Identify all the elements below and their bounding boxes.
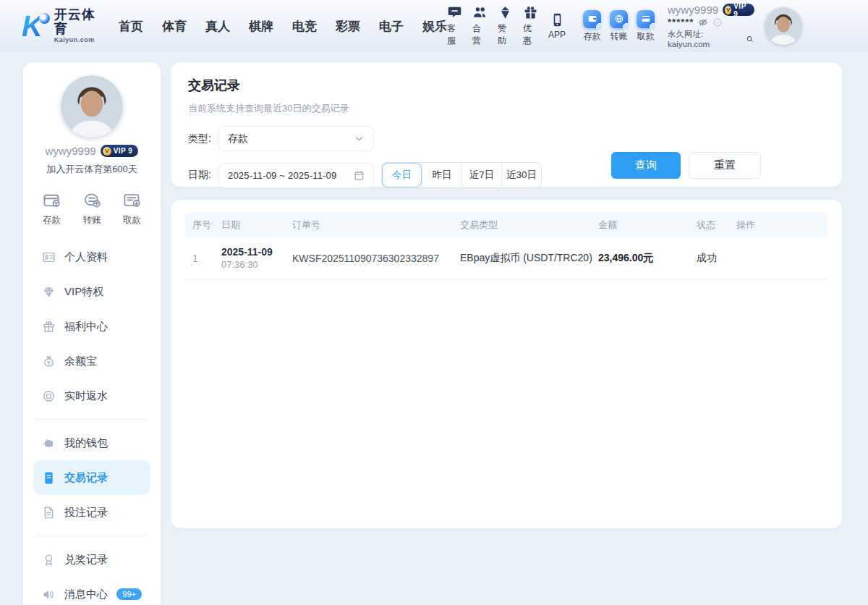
reset-button[interactable]: 重置 — [689, 152, 761, 179]
megaphone-icon — [42, 588, 56, 601]
piggy-bank-icon — [42, 436, 56, 450]
unread-count-badge: 99+ — [116, 588, 142, 600]
sidebar-item-wallet[interactable]: 我的钱包 — [33, 426, 150, 460]
target-icon — [42, 389, 56, 403]
cell-amount: 23,496.00元 — [598, 252, 697, 265]
range-today-button[interactable]: 今日 — [382, 163, 422, 187]
menu-divider — [36, 419, 148, 420]
col-index: 序号 — [192, 219, 221, 232]
chevron-down-icon — [354, 133, 365, 144]
nav-item-esports[interactable]: 电竞 — [292, 18, 317, 35]
withdraw-icon — [637, 10, 655, 28]
chat-icon — [447, 5, 462, 20]
date-range-input[interactable]: 2025-11-09 ~ 2025-11-09 — [218, 163, 374, 188]
medal-icon — [42, 553, 56, 567]
top-bar: K 开云体育 Kaiyun.com 首页 体育 真人 棋牌 电竞 彩票 电子 娱… — [0, 0, 868, 52]
type-select-value: 存款 — [228, 132, 248, 145]
brand-logo-icon: K — [22, 10, 48, 42]
promo-button[interactable]: 优惠 — [523, 5, 538, 47]
date-label: 日期: — [188, 169, 218, 182]
type-filter-row: 类型: 存款 — [188, 126, 825, 151]
date-quick-ranges: 今日 昨日 近7日 近30日 — [381, 162, 542, 188]
sidebar-item-rebate[interactable]: 实时返水 — [33, 378, 150, 413]
refresh-circle-icon[interactable] — [712, 17, 723, 28]
diamond-icon — [42, 285, 56, 299]
top-right-tools: 客服 合营 赞助 优惠 APP — [447, 4, 866, 48]
deposit-icon — [583, 10, 601, 28]
sidebar-menu: 个人资料 VIP特权 福利中心 余额宝 实时返水 我的钱包 — [33, 240, 150, 605]
quick-transfer-button[interactable]: 转账 — [82, 190, 102, 227]
col-status: 状态 — [697, 219, 736, 232]
joined-days: 加入开云体育第600天 — [33, 163, 150, 176]
range-7days-button[interactable]: 近7日 — [461, 163, 501, 187]
nav-item-entertainment[interactable]: 娱乐 — [422, 18, 447, 35]
range-30days-button[interactable]: 近30日 — [501, 163, 541, 187]
deposit-button[interactable]: 存款 — [583, 10, 601, 43]
gift-icon — [523, 5, 538, 20]
nav-item-slots[interactable]: 电子 — [379, 18, 404, 35]
cell-status: 成功 — [697, 252, 736, 265]
permanent-url: 永久网址: kaiyun.com — [668, 29, 744, 48]
sidebar-item-profile[interactable]: 个人资料 — [33, 240, 150, 274]
withdraw-button[interactable]: 取款 — [637, 10, 655, 43]
col-order-no: 订单号 — [292, 219, 460, 232]
cell-index: 1 — [192, 253, 221, 264]
quick-deposit-button[interactable]: 存款 — [42, 190, 61, 227]
profile-avatar[interactable] — [61, 75, 123, 138]
magnifier-icon[interactable] — [746, 35, 754, 43]
filter-panel: 交易记录 当前系统支持查询最近30日的交易记录 类型: 存款 日期: 2025-… — [171, 62, 842, 187]
profile-vip-badge: V VIP 9 — [101, 145, 139, 157]
nav-item-chess[interactable]: 棋牌 — [249, 18, 273, 35]
table-row: 1 2025-11-09 07:36:30 KWSF20251109073630… — [185, 237, 827, 279]
app-download-button[interactable]: APP — [548, 12, 566, 40]
brand-logo[interactable]: K 开云体育 Kaiyun.com — [22, 8, 100, 43]
col-action: 操作 — [736, 219, 820, 232]
nav-item-live[interactable]: 真人 — [205, 18, 230, 35]
transfer-button[interactable]: 转账 — [610, 10, 628, 43]
sidebar-item-yuebao[interactable]: 余额宝 — [33, 344, 150, 378]
sponsor-button[interactable]: 赞助 — [498, 5, 513, 47]
sidebar-item-messages[interactable]: 消息中心 99+ — [33, 577, 150, 605]
vip-crest-icon: V — [103, 147, 111, 156]
transfer-icon — [610, 10, 628, 28]
card-outline-icon — [122, 190, 142, 210]
cell-order-no: KWSF202511090736302332897 — [292, 253, 460, 264]
col-amount: 金额 — [598, 219, 697, 232]
profile-username: wywy9999 — [46, 145, 96, 157]
nav-item-sports[interactable]: 体育 — [162, 18, 187, 35]
football-icon — [39, 13, 50, 24]
brand-domain: Kaiyun.com — [54, 37, 100, 44]
customer-service-button[interactable]: 客服 — [447, 5, 462, 47]
range-yesterday-button[interactable]: 昨日 — [422, 163, 461, 187]
cell-type: EBpay虚拟币 (USDT/TRC20) — [460, 252, 598, 265]
sidebar-item-bets[interactable]: 投注记录 — [33, 495, 150, 530]
sidebar-item-transactions[interactable]: 交易记录 — [33, 460, 150, 495]
type-select[interactable]: 存款 — [218, 126, 374, 151]
partner-button[interactable]: 合营 — [472, 5, 488, 47]
quick-actions: 存款 转账 取款 — [33, 190, 150, 227]
page-subtitle: 当前系统支持查询最近30日的交易记录 — [188, 102, 825, 115]
type-label: 类型: — [188, 132, 218, 145]
sidebar: wywy9999 V VIP 9 加入开云体育第600天 存款 转账 取款 — [23, 62, 161, 605]
people-icon — [472, 5, 488, 20]
gift-outline-icon — [42, 320, 56, 334]
col-type: 交易类型 — [460, 219, 598, 232]
sidebar-item-vip[interactable]: VIP特权 — [33, 274, 150, 309]
phone-icon — [550, 12, 565, 28]
user-avatar[interactable] — [765, 7, 802, 45]
id-card-icon — [42, 250, 56, 264]
sidebar-item-welfare[interactable]: 福利中心 — [33, 309, 150, 344]
sidebar-item-prizes[interactable]: 兑奖记录 — [33, 542, 150, 577]
col-date: 日期 — [221, 219, 292, 232]
query-button[interactable]: 查询 — [611, 152, 681, 179]
nav-item-lottery[interactable]: 彩票 — [336, 18, 360, 35]
nav-item-home[interactable]: 首页 — [119, 18, 143, 35]
page: K 开云体育 Kaiyun.com 首页 体育 真人 棋牌 电竞 彩票 电子 娱… — [0, 0, 868, 605]
username: wywy9999 — [668, 4, 718, 16]
vip-crest-icon: V — [725, 6, 731, 14]
quick-withdraw-button[interactable]: 取款 — [122, 190, 142, 227]
eye-off-icon[interactable] — [698, 17, 708, 28]
ledger-icon — [42, 471, 56, 485]
transfer-outline-icon — [82, 190, 102, 210]
vip-badge: V VIP 9 — [723, 4, 754, 16]
